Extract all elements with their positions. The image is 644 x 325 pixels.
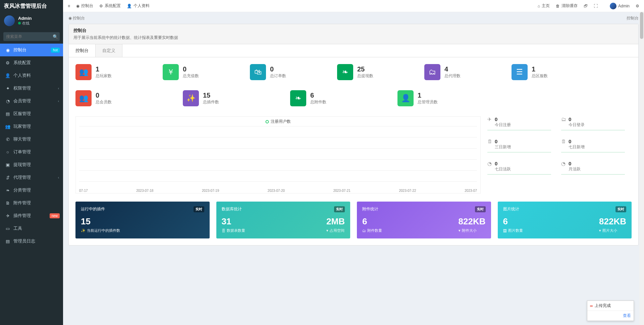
topbar-user[interactable]: Admin — [610, 3, 630, 9]
x-tick: 07-17 — [79, 189, 88, 193]
metric-icon: ◔ — [561, 161, 569, 167]
menu-label: 工具 — [13, 225, 22, 231]
breadcrumb: ◉ 控制台 控制台 — [63, 12, 644, 24]
metric-label: 今日注册 — [495, 122, 511, 128]
stat-box[interactable]: 👥1总玩家数 — [75, 64, 149, 80]
dashboard-panel: 控制台 用于展示当前系统中的统计数据、统计报表及重要实时数据 控制台自定义 👥1… — [68, 24, 639, 246]
stat-box[interactable]: ❧25总提现数 — [337, 64, 411, 80]
menu-icon: ▣ — [5, 162, 11, 167]
card-badge: 实时 — [194, 206, 204, 212]
stat-box[interactable]: 👥0总会员数 — [75, 90, 149, 106]
stat-box[interactable]: ✨15总插件数 — [183, 90, 257, 106]
menu-label: 分类管理 — [13, 187, 31, 193]
sidebar-item[interactable]: ◉控制台hot — [0, 44, 63, 56]
menu-icon: ◔ — [5, 99, 11, 104]
sidebar-item[interactable]: ▤管理员日志 — [0, 235, 63, 248]
metric-label: 三日新增 — [495, 144, 511, 150]
sidebar-item[interactable]: ❧分类管理 — [0, 184, 63, 197]
scrollbar[interactable] — [639, 12, 644, 252]
stat-box[interactable]: ❧6总附件数 — [290, 90, 364, 106]
sidebar-item[interactable]: ⚙系统配置 — [0, 56, 63, 69]
stat-box[interactable]: 👤1总管理员数 — [397, 90, 471, 106]
sidebar-item[interactable]: ✈插件管理new — [0, 209, 63, 222]
side-metric[interactable]: 🗓0七日新增 — [561, 139, 625, 153]
stat-box[interactable]: 🛍0总订单数 — [250, 64, 324, 80]
breadcrumb-left: 控制台 — [73, 16, 85, 20]
bottom-cards: 运行中的插件实时15✨当前运行中的插件数数据库统计实时31🗄数据表数量2MB▾占… — [75, 202, 632, 238]
hamburger-icon[interactable]: ≡ — [68, 4, 70, 8]
search-icon[interactable]: 🔍 — [51, 32, 60, 41]
side-metric[interactable]: ◔0七日活跃 — [487, 161, 551, 175]
stat-icon: ❧ — [337, 64, 353, 80]
menu-label: 提现管理 — [13, 162, 31, 168]
stat-label: 总会员数 — [96, 99, 112, 105]
metric-label: 七日活跃 — [495, 166, 511, 172]
summary-card[interactable]: 图片统计实时6🖼图片数量822KB▾图片大小 — [498, 202, 632, 238]
summary-card[interactable]: 运行中的插件实时15✨当前运行中的插件数 — [75, 202, 210, 238]
stat-icon: 👥 — [75, 64, 92, 80]
topnav-action[interactable]: 🗗 — [584, 3, 588, 9]
card-sublabel-2: ▾附件大小 — [459, 228, 486, 233]
topnav-action[interactable]: ⛶ — [594, 3, 598, 9]
side-metric[interactable]: 🗂0今日登录 — [561, 116, 625, 130]
avatar[interactable] — [4, 15, 15, 26]
sidebar-item[interactable]: 👥玩家管理 — [0, 120, 63, 133]
card-sublabel: 🗄数据表数量 — [222, 228, 245, 233]
sidebar-item[interactable]: ▤区服管理 — [0, 107, 63, 120]
sidebar-item[interactable]: ○订单管理 — [0, 146, 63, 158]
summary-card[interactable]: 附件统计实时6🗂附件数量822KB▾附件大小 — [357, 202, 491, 238]
search-input[interactable] — [3, 32, 51, 41]
topnav-action-icon: 🗗 — [584, 4, 588, 8]
gear-icon[interactable]: ⚙ — [636, 4, 639, 8]
stat-icon: ￥ — [163, 64, 179, 80]
menu-label: 订单管理 — [13, 149, 31, 155]
side-metric[interactable]: 🗓0三日新增 — [487, 139, 551, 153]
card-badge: 实时 — [615, 206, 626, 212]
sidebar-item[interactable]: 🗎附件管理 — [0, 197, 63, 209]
topnav-action[interactable]: ⌂ 主页 — [538, 3, 550, 9]
topnav-item[interactable]: ◉ 控制台 — [76, 3, 93, 9]
topnav-action-icon: 🗑 — [556, 4, 560, 8]
topnav-item[interactable]: 👤 个人资料 — [127, 3, 150, 9]
side-metric[interactable]: ◔0月活跃 — [561, 161, 625, 175]
tabs: 控制台自定义 — [69, 44, 638, 57]
stat-value: 1 — [532, 65, 548, 73]
summary-card[interactable]: 数据库统计实时31🗄数据表数量2MB▾占用空间 — [216, 202, 351, 238]
stat-value: 1 — [96, 65, 112, 73]
x-tick: 2023-07 — [465, 189, 477, 193]
menu-label: 控制台 — [13, 47, 26, 53]
sidebar-item[interactable]: ◔会员管理‹ — [0, 95, 63, 107]
metric-icon: ◔ — [487, 161, 495, 167]
stat-box[interactable]: 🗂4总代理数 — [424, 64, 498, 80]
brand-title[interactable]: 夜风冰雪管理后台 — [0, 0, 63, 12]
menu-icon: ▤ — [5, 239, 11, 244]
side-metric[interactable]: ✈0今日注册 — [487, 116, 551, 130]
menu-label: 代理管理 — [13, 174, 31, 180]
menu-label: 附件管理 — [13, 200, 31, 206]
sidebar-item[interactable]: ⇵代理管理‹ — [0, 171, 63, 184]
metric-icon: 🗂 — [561, 116, 569, 122]
sidebar-item[interactable]: ▣提现管理 — [0, 158, 63, 171]
legend-marker-icon — [266, 120, 269, 123]
metric-icon: 🗓 — [561, 139, 569, 144]
stat-label: 总插件数 — [203, 99, 219, 105]
topnav-action-icon: ⛶ — [594, 4, 598, 8]
sidebar-item[interactable]: ▭工具 — [0, 222, 63, 235]
stat-label: 总充值数 — [183, 73, 199, 79]
sidebar-item[interactable]: ✆聊天管理 — [0, 133, 63, 146]
dashboard-icon: ◉ — [68, 16, 72, 20]
topnav-item[interactable]: ⚙ 系统配置 — [99, 3, 121, 9]
sidebar-item[interactable]: 👤个人资料 — [0, 69, 63, 82]
topnav-action[interactable]: 🗑 清除缓存 — [556, 3, 578, 9]
chart-registered-users[interactable]: 注册用户数 07-172023-07-182023-07-192023-07-2… — [75, 116, 481, 194]
sidebar-item[interactable]: ✦权限管理‹ — [0, 82, 63, 95]
stat-value: 0 — [96, 92, 112, 99]
stat-box[interactable]: ￥0总充值数 — [163, 64, 236, 80]
tab-自定义[interactable]: 自定义 — [96, 44, 122, 57]
tab-控制台[interactable]: 控制台 — [69, 44, 96, 57]
menu-icon: ❧ — [5, 188, 11, 193]
stat-box[interactable]: ☰1总区服数 — [512, 64, 585, 80]
metric-value: 0 — [495, 116, 511, 122]
menu-label: 会员管理 — [13, 98, 31, 104]
topnav-icon: 👤 — [127, 4, 132, 8]
